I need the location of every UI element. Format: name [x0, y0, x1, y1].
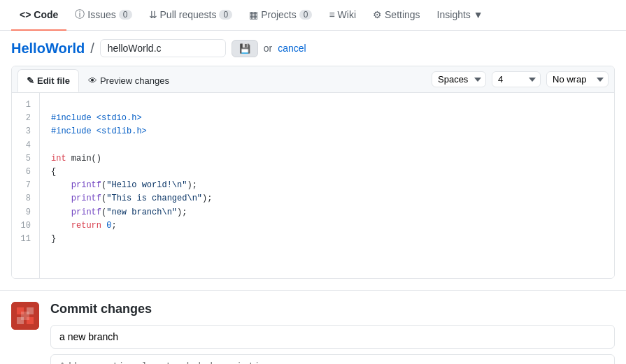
commit-summary-input[interactable] — [50, 325, 615, 349]
nav-pull-requests-label: Pull requests — [160, 9, 217, 20]
or-text: or — [264, 43, 272, 54]
issues-icon: ⓘ — [75, 8, 85, 21]
wiki-icon: ≡ — [329, 9, 334, 20]
nav-settings[interactable]: ⚙ Settings — [364, 0, 429, 31]
filename-input[interactable] — [100, 39, 226, 57]
issues-badge: 0 — [119, 10, 132, 20]
avatar — [11, 302, 39, 330]
preview-changes-label: Preview changes — [100, 75, 169, 86]
pull-requests-badge: 0 — [219, 10, 232, 20]
breadcrumb: HelloWorld / 💾 or cancel — [0, 31, 626, 66]
avatar-svg — [11, 302, 39, 330]
line-numbers: 12345 67891011 — [12, 93, 40, 278]
insights-chevron-icon: ▼ — [474, 9, 483, 20]
commit-area: Commit changes ✦ Commit directly to the … — [0, 291, 626, 364]
pencil-icon: ✎ — [27, 75, 34, 86]
save-icon-button[interactable]: 💾 — [232, 40, 258, 57]
nav-wiki-label: Wiki — [338, 9, 356, 20]
editor-container: ✎ Edit file 👁 Preview changes Spaces Tab… — [11, 66, 615, 279]
wrap-select[interactable]: No wrap Soft wrap — [546, 71, 609, 87]
indent-select[interactable]: 4 2 8 — [492, 71, 541, 87]
nav-insights-label: Insights — [437, 9, 471, 20]
nav-insights[interactable]: Insights ▼ — [429, 0, 492, 31]
code-content[interactable]: #include <stdio.h> #include <stdlib.h> i… — [40, 93, 614, 278]
edit-file-label: Edit file — [37, 75, 70, 86]
top-nav: <> Code ⓘ Issues 0 ⇊ Pull requests 0 ▦ P… — [0, 0, 626, 31]
commit-form: Commit changes ✦ Commit directly to the … — [50, 302, 615, 364]
settings-icon: ⚙ — [373, 9, 382, 20]
spaces-select[interactable]: Spaces Tabs — [432, 71, 486, 87]
nav-issues-label: Issues — [87, 9, 115, 20]
nav-wiki[interactable]: ≡ Wiki — [320, 0, 364, 31]
tab-preview-changes[interactable]: 👁 Preview changes — [79, 69, 178, 92]
pull-request-icon: ⇊ — [149, 9, 157, 20]
nav-projects-label: Projects — [261, 9, 297, 20]
commit-description-input[interactable] — [50, 354, 615, 364]
cancel-link[interactable]: cancel — [278, 43, 306, 54]
editor-tabs: ✎ Edit file 👁 Preview changes Spaces Tab… — [12, 66, 614, 93]
floppy-icon: 💾 — [239, 43, 250, 54]
tab-edit-file[interactable]: ✎ Edit file — [17, 69, 79, 92]
nav-pull-requests[interactable]: ⇊ Pull requests 0 — [141, 0, 241, 31]
eye-icon: 👁 — [88, 75, 97, 86]
projects-icon: ▦ — [249, 9, 258, 20]
nav-projects[interactable]: ▦ Projects 0 — [241, 0, 320, 31]
nav-issues[interactable]: ⓘ Issues 0 — [66, 0, 140, 31]
nav-code-label: Code — [34, 9, 58, 20]
nav-settings-label: Settings — [385, 9, 420, 20]
projects-badge: 0 — [299, 10, 313, 20]
svg-rect-5 — [21, 312, 29, 320]
code-icon: <> — [20, 9, 31, 20]
code-area: 12345 67891011 #include <stdio.h> #inclu… — [12, 93, 614, 278]
commit-title: Commit changes — [50, 302, 615, 316]
repo-link[interactable]: HelloWorld — [11, 41, 85, 57]
editor-settings: Spaces Tabs 4 2 8 No wrap Soft wrap — [432, 71, 609, 87]
breadcrumb-separator: / — [90, 41, 94, 57]
nav-code[interactable]: <> Code — [11, 0, 66, 31]
